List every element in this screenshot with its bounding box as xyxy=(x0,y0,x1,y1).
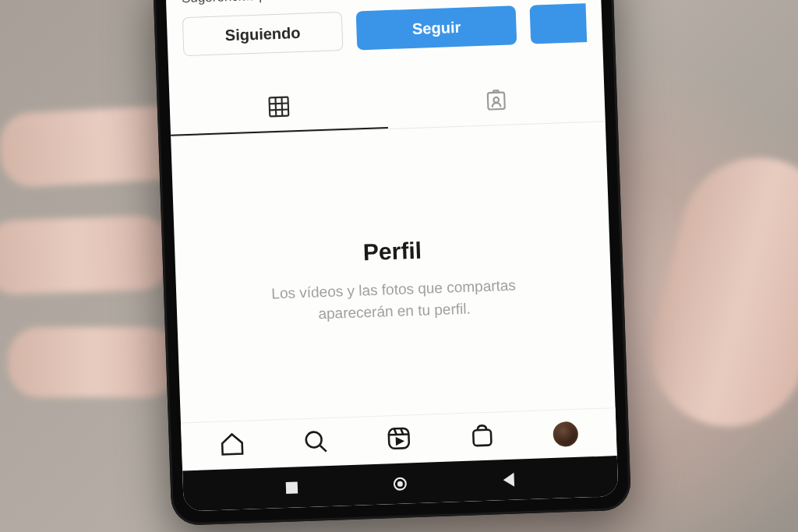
sys-recent-apps[interactable] xyxy=(282,477,302,497)
nav-profile[interactable] xyxy=(548,416,584,452)
search-icon xyxy=(302,427,329,457)
sys-home[interactable] xyxy=(390,474,410,493)
reels-icon xyxy=(385,425,412,455)
suggestion-card: Siguiendo xyxy=(182,12,344,56)
nav-search[interactable] xyxy=(298,425,334,460)
svg-line-8 xyxy=(320,445,327,451)
tab-tagged[interactable] xyxy=(387,74,606,129)
svg-line-1 xyxy=(275,97,276,116)
svg-line-2 xyxy=(281,97,282,116)
shop-icon xyxy=(468,421,496,452)
back-triangle-icon xyxy=(503,473,515,487)
suggestion-card: Seguir xyxy=(356,5,517,50)
home-circle-icon xyxy=(394,477,408,491)
svg-rect-13 xyxy=(473,429,491,446)
nav-reels[interactable] xyxy=(381,422,417,458)
follow-button[interactable] xyxy=(530,3,587,44)
suggestion-card-partial xyxy=(530,3,587,44)
sys-back[interactable] xyxy=(500,470,519,490)
following-button[interactable]: Siguiendo xyxy=(182,12,344,56)
grid-icon xyxy=(266,93,291,122)
nav-home[interactable] xyxy=(215,428,251,463)
nav-shop[interactable] xyxy=(464,419,500,455)
empty-subtitle: Los vídeos y las fotos que compartas apa… xyxy=(238,273,551,327)
finger xyxy=(8,327,179,397)
finger xyxy=(0,215,173,295)
home-icon xyxy=(219,430,246,460)
profile-avatar-icon xyxy=(553,421,578,446)
tab-posts-grid[interactable] xyxy=(169,82,388,136)
svg-rect-0 xyxy=(269,97,288,117)
follow-button[interactable]: Seguir xyxy=(356,5,517,50)
svg-point-7 xyxy=(306,432,323,448)
recent-apps-icon xyxy=(286,481,298,494)
svg-rect-5 xyxy=(487,93,504,110)
empty-profile-state: Perfil Los vídeos y las fotos que compar… xyxy=(171,122,615,422)
phone-screen: Sugerencias para ti Siguiendo Seguir xyxy=(165,0,618,512)
svg-line-4 xyxy=(270,110,288,111)
phone-frame: Sugerencias para ti Siguiendo Seguir xyxy=(153,0,631,526)
tagged-icon xyxy=(483,87,509,116)
svg-line-3 xyxy=(269,104,288,104)
svg-line-10 xyxy=(389,434,408,435)
svg-point-6 xyxy=(493,97,499,103)
empty-title: Perfil xyxy=(362,238,422,266)
suggestions-row: Siguiendo Seguir xyxy=(166,0,603,76)
